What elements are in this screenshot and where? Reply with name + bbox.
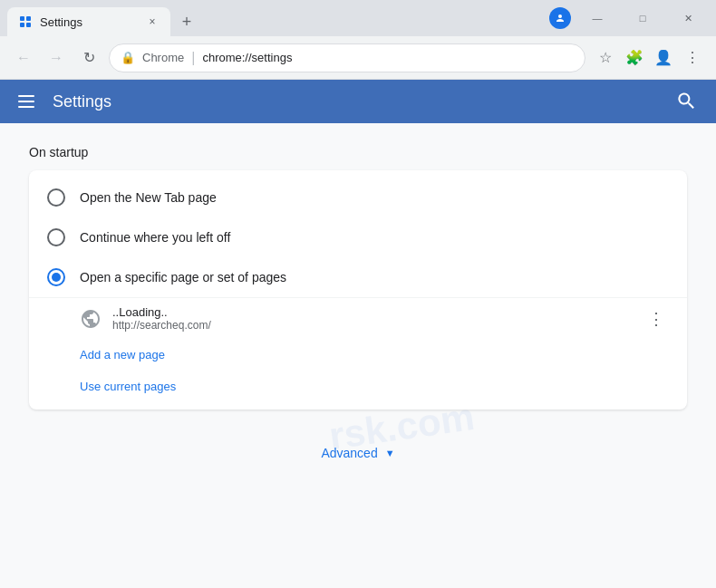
extensions-button[interactable]: 🧩 <box>622 45 647 71</box>
minimize-button[interactable]: — <box>576 7 618 29</box>
forward-button[interactable]: → <box>44 45 69 71</box>
radio-label-specific: Open a specific page or set of pages <box>80 270 286 284</box>
url-path-label: chrome://settings <box>202 51 292 64</box>
tab-close-button[interactable]: × <box>145 14 160 29</box>
section-title: On startup <box>29 145 687 159</box>
radio-circle-continue <box>47 228 65 246</box>
menu-button[interactable]: ⋮ <box>680 45 705 71</box>
svg-rect-2 <box>20 23 24 27</box>
page-entry: ..Loading.. http://searcheq.com/ ⋮ <box>29 297 687 339</box>
tab-favicon <box>18 14 33 29</box>
settings-page-title: Settings <box>53 92 658 111</box>
url-separator: | <box>191 50 195 66</box>
content-area: PC rsk.com On startup Open the New Tab p… <box>0 123 716 588</box>
page-globe-icon <box>80 308 102 330</box>
svg-rect-1 <box>26 16 31 21</box>
hamburger-line-2 <box>18 101 34 102</box>
settings-search-button[interactable] <box>672 87 701 116</box>
use-current-pages-button[interactable]: Use current pages <box>29 371 687 402</box>
main-content: On startup Open the New Tab page Continu… <box>0 123 716 496</box>
radio-circle-specific <box>47 268 65 286</box>
url-action-buttons: ☆ 🧩 👤 ⋮ <box>593 45 705 71</box>
settings-header: Settings <box>0 80 716 123</box>
radio-option-specific[interactable]: Open a specific page or set of pages <box>29 257 687 297</box>
hamburger-menu[interactable] <box>15 92 38 111</box>
page-url: http://searcheq.com/ <box>112 319 633 332</box>
lock-icon: 🔒 <box>121 51 135 64</box>
back-button[interactable]: ← <box>11 45 36 71</box>
svg-rect-0 <box>20 16 24 21</box>
radio-inner-specific <box>52 273 61 282</box>
tab-title: Settings <box>40 15 138 29</box>
advanced-arrow-icon: ▼ <box>385 448 395 458</box>
radio-circle-new-tab <box>47 188 65 207</box>
profile-icon-titlebar <box>549 7 571 29</box>
add-new-page-button[interactable]: Add a new page <box>29 339 687 371</box>
radio-option-continue[interactable]: Continue where you left off <box>29 217 687 257</box>
browser-tab[interactable]: Settings × <box>7 7 170 36</box>
window-controls: — □ ✕ <box>576 7 709 29</box>
address-bar: ← → ↻ 🔒 Chrome | chrome://settings ☆ 🧩 👤… <box>0 36 716 80</box>
title-bar: Settings × + — □ ✕ <box>0 0 716 36</box>
radio-label-continue: Continue where you left off <box>80 230 230 245</box>
page-info: ..Loading.. http://searcheq.com/ <box>112 305 633 332</box>
hamburger-line-3 <box>18 106 34 108</box>
startup-card: Open the New Tab page Continue where you… <box>29 170 687 410</box>
maximize-button[interactable]: □ <box>622 7 663 29</box>
svg-rect-3 <box>26 23 31 27</box>
hamburger-line-1 <box>18 95 34 97</box>
advanced-label: Advanced <box>321 446 377 460</box>
radio-option-new-tab[interactable]: Open the New Tab page <box>29 178 687 217</box>
radio-label-new-tab: Open the New Tab page <box>80 190 217 205</box>
new-tab-button[interactable]: + <box>174 9 199 34</box>
profile-button[interactable]: 👤 <box>651 45 676 71</box>
page-name: ..Loading.. <box>112 305 633 319</box>
bookmark-button[interactable]: ☆ <box>593 45 618 71</box>
close-button[interactable]: ✕ <box>667 7 709 29</box>
advanced-section[interactable]: Advanced ▼ <box>29 431 687 475</box>
refresh-button[interactable]: ↻ <box>76 45 102 71</box>
url-bar[interactable]: 🔒 Chrome | chrome://settings <box>109 43 585 72</box>
browser-name-label: Chrome <box>142 51 184 64</box>
page-menu-button[interactable]: ⋮ <box>643 306 669 332</box>
